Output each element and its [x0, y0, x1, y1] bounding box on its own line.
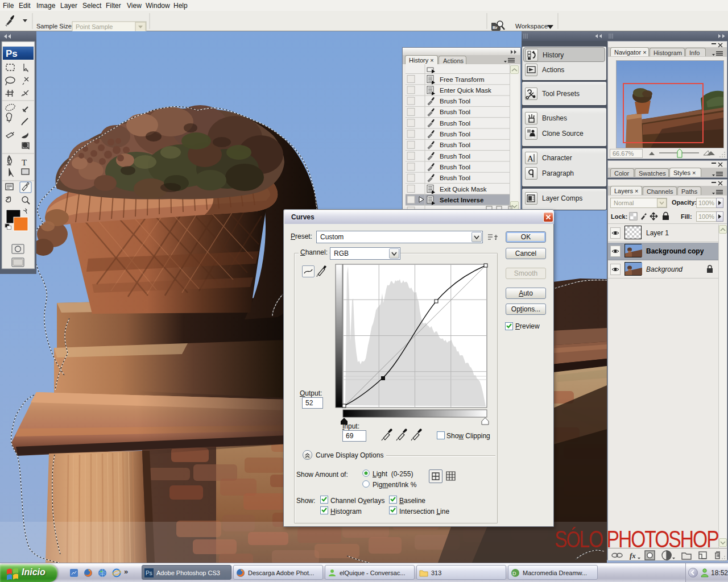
svg-text:Brush Tool: Brush Tool — [440, 98, 470, 105]
svg-text:Exit Quick Mask: Exit Quick Mask — [440, 186, 487, 193]
svg-text:Ps: Ps — [6, 48, 18, 59]
svg-text:Free Transform: Free Transform — [440, 76, 485, 83]
svg-text:Brush Tool: Brush Tool — [440, 164, 470, 171]
svg-text:Brush Tool: Brush Tool — [440, 153, 470, 160]
svg-text:Brush Tool: Brush Tool — [440, 120, 470, 127]
svg-text:Br: Br — [493, 25, 498, 30]
svg-text:Sample Size:: Sample Size: — [36, 23, 73, 30]
svg-text:Ps: Ps — [146, 570, 152, 576]
svg-text:A: A — [527, 154, 533, 163]
svg-text:Brush Tool: Brush Tool — [440, 131, 470, 138]
svg-text:Brush Tool: Brush Tool — [440, 174, 470, 181]
svg-text:Brush Tool: Brush Tool — [440, 142, 470, 148]
svg-text:Point Sample: Point Sample — [76, 23, 113, 30]
svg-text:Workspace: Workspace — [515, 23, 548, 30]
svg-text:T: T — [22, 158, 27, 167]
svg-text:fx: fx — [630, 551, 636, 560]
svg-text:Select Inverse: Select Inverse — [440, 197, 483, 203]
svg-text:Brush Tool: Brush Tool — [440, 109, 470, 115]
svg-text:D: D — [512, 571, 516, 576]
svg-text:Enter Quick Mask: Enter Quick Mask — [440, 87, 491, 94]
